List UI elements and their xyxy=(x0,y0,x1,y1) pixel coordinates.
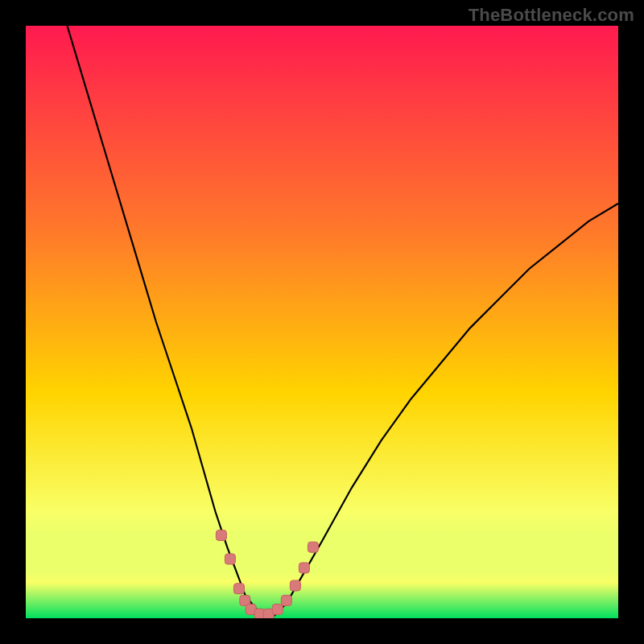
marker-point xyxy=(216,530,226,540)
gradient-background xyxy=(26,26,618,618)
marker-point xyxy=(225,554,235,564)
marker-point xyxy=(272,604,283,614)
watermark-text: TheBottleneck.com xyxy=(469,5,634,26)
plot-svg xyxy=(26,26,618,618)
plot-area xyxy=(26,26,618,618)
marker-point xyxy=(281,595,291,605)
marker-point xyxy=(308,542,318,552)
marker-point xyxy=(299,563,309,573)
chart-frame: TheBottleneck.com xyxy=(0,0,644,644)
marker-point xyxy=(233,584,244,594)
marker-point xyxy=(290,580,300,591)
